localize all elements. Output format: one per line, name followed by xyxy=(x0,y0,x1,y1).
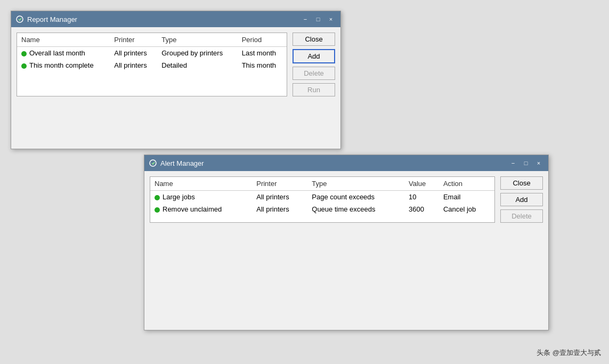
svg-point-1 xyxy=(150,160,156,166)
alert-row-value: 10 xyxy=(404,191,439,204)
report-table: Name Printer Type Period Overall last mo… xyxy=(17,33,287,71)
report-row-type: Detailed xyxy=(157,59,237,71)
alert-titlebar-controls: − □ × xyxy=(508,158,544,168)
report-row-name: This month complete xyxy=(17,59,110,71)
report-table-row[interactable]: This month complete All printers Detaile… xyxy=(17,59,287,71)
report-row-period: Last month xyxy=(238,47,287,60)
watermark: 头条 @壹加壹大与贰 xyxy=(537,348,601,358)
report-table-row[interactable]: Overall last month All printers Grouped … xyxy=(17,47,287,60)
alert-row-action: Email xyxy=(439,191,494,204)
alert-app-icon xyxy=(149,159,157,167)
report-manager-titlebar: Report Manager − □ × xyxy=(11,11,340,27)
report-row-name: Overall last month xyxy=(17,47,110,60)
alert-row-printer: All printers xyxy=(252,203,307,215)
report-row-period: This month xyxy=(238,59,287,71)
alert-manager-window: Alert Manager − □ × Name Printer Type Va… xyxy=(144,155,549,330)
alert-minimize-button[interactable]: − xyxy=(508,158,518,168)
alert-table-panel: Name Printer Type Value Action Large job… xyxy=(150,176,495,223)
titlebar-controls: − □ × xyxy=(300,14,336,24)
maximize-button[interactable]: □ xyxy=(313,14,323,24)
report-row-printer: All printers xyxy=(110,47,157,60)
status-dot xyxy=(155,195,160,200)
report-manager-body: Name Printer Type Period Overall last mo… xyxy=(11,27,340,102)
minimize-button[interactable]: − xyxy=(300,14,311,24)
col-printer: Printer xyxy=(110,33,157,47)
report-row-type: Grouped by printers xyxy=(157,47,237,60)
alert-row-printer: All printers xyxy=(252,191,307,204)
alert-col-name: Name xyxy=(150,177,252,191)
report-close-button[interactable]: Close xyxy=(293,33,335,46)
alert-close-button[interactable]: Close xyxy=(500,176,543,190)
titlebar-left: Report Manager xyxy=(15,15,77,23)
alert-col-action: Action xyxy=(439,177,494,191)
alert-manager-titlebar: Alert Manager − □ × xyxy=(144,155,548,171)
report-add-button[interactable]: Add xyxy=(293,49,335,63)
report-button-panel: Close Add Delete Run xyxy=(293,33,335,96)
alert-table-row[interactable]: Large jobs All printers Page count excee… xyxy=(150,191,494,204)
alert-row-action: Cancel job xyxy=(439,203,494,215)
alert-col-type: Type xyxy=(307,177,404,191)
status-dot xyxy=(155,207,160,213)
alert-row-name: Remove unclaimed xyxy=(150,203,252,215)
report-run-button[interactable]: Run xyxy=(293,83,335,96)
report-row-printer: All printers xyxy=(110,59,157,71)
app-icon xyxy=(15,15,24,23)
status-dot xyxy=(21,51,27,56)
alert-delete-button[interactable]: Delete xyxy=(500,209,543,223)
status-dot xyxy=(21,63,27,69)
svg-point-0 xyxy=(17,16,23,22)
alert-add-button[interactable]: Add xyxy=(500,193,543,206)
alert-col-printer: Printer xyxy=(252,177,307,191)
close-window-button[interactable]: × xyxy=(326,14,336,24)
alert-row-value: 3600 xyxy=(404,203,439,215)
report-delete-button[interactable]: Delete xyxy=(293,67,335,80)
report-manager-title: Report Manager xyxy=(27,15,77,23)
alert-row-type: Queue time exceeds xyxy=(307,203,404,215)
alert-manager-title: Alert Manager xyxy=(160,159,204,167)
alert-maximize-button[interactable]: □ xyxy=(521,158,531,168)
alert-row-type: Page count exceeds xyxy=(307,191,404,204)
col-type: Type xyxy=(157,33,237,47)
alert-col-value: Value xyxy=(404,177,439,191)
alert-titlebar-left: Alert Manager xyxy=(149,159,204,167)
alert-table: Name Printer Type Value Action Large job… xyxy=(150,177,494,215)
alert-manager-body: Name Printer Type Value Action Large job… xyxy=(144,171,548,228)
col-period: Period xyxy=(238,33,287,47)
alert-table-row[interactable]: Remove unclaimed All printers Queue time… xyxy=(150,203,494,215)
report-manager-window: Report Manager − □ × Name Printer Type P… xyxy=(11,11,341,149)
alert-row-name: Large jobs xyxy=(150,191,252,204)
alert-close-window-button[interactable]: × xyxy=(533,158,544,168)
col-name: Name xyxy=(17,33,110,47)
alert-button-panel: Close Add Delete xyxy=(500,176,543,223)
report-table-panel: Name Printer Type Period Overall last mo… xyxy=(17,33,287,96)
